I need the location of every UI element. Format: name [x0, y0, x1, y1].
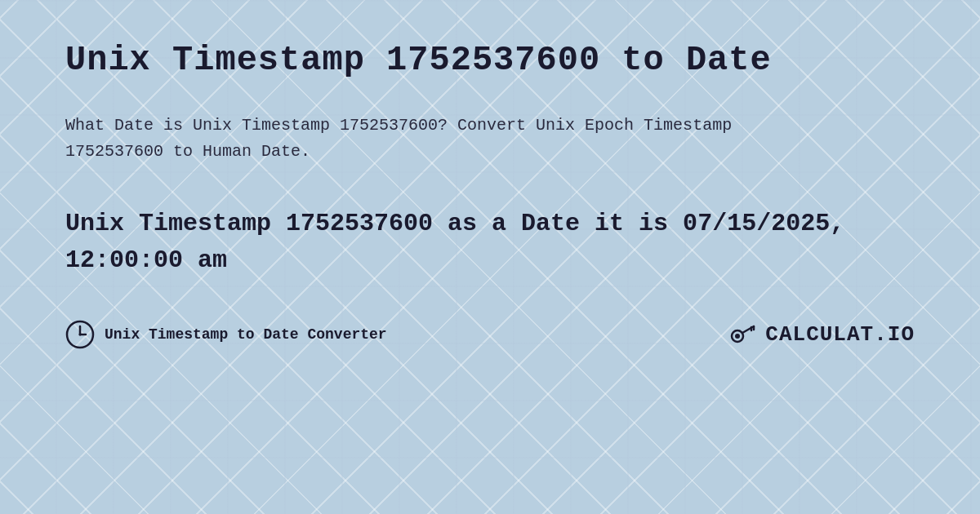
svg-point-3: [79, 334, 82, 336]
logo-text: CALCULAT.IO: [765, 322, 915, 347]
logo-area: CALCULAT.IO: [729, 320, 915, 349]
footer-left: Unix Timestamp to Date Converter: [65, 320, 387, 349]
footer: Unix Timestamp to Date Converter CALCULA…: [65, 320, 915, 349]
svg-point-5: [735, 334, 740, 339]
main-content: Unix Timestamp 1752537600 to Date What D…: [0, 0, 980, 382]
calculat-icon: [729, 320, 759, 349]
clock-icon: [65, 320, 95, 349]
result-text: Unix Timestamp 1752537600 as a Date it i…: [65, 206, 915, 279]
footer-label: Unix Timestamp to Date Converter: [105, 326, 387, 343]
page-title: Unix Timestamp 1752537600 to Date: [65, 41, 915, 80]
description-text: What Date is Unix Timestamp 1752537600? …: [65, 113, 800, 165]
result-section: Unix Timestamp 1752537600 as a Date it i…: [65, 206, 915, 279]
